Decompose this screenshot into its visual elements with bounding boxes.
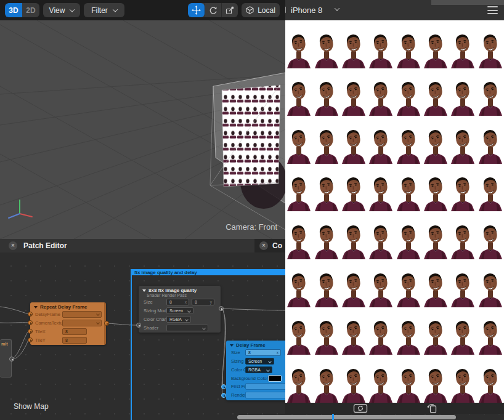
face-image bbox=[340, 355, 367, 403]
mode-3d-button[interactable]: 3D bbox=[5, 3, 22, 17]
close-icon[interactable]: × bbox=[259, 241, 268, 250]
collapse-triangle-icon[interactable] bbox=[230, 344, 234, 347]
face-image bbox=[285, 211, 312, 259]
first-frame-input-port[interactable] bbox=[221, 384, 226, 389]
face-row bbox=[285, 68, 504, 116]
chevron-down-icon bbox=[187, 309, 191, 313]
face-image bbox=[340, 68, 367, 116]
face-row bbox=[285, 355, 504, 403]
face-image bbox=[312, 211, 339, 259]
close-icon[interactable]: × bbox=[9, 241, 17, 250]
face-image bbox=[477, 68, 504, 116]
shader-dropdown[interactable] bbox=[166, 325, 208, 331]
row-label: Shader bbox=[144, 325, 158, 331]
mode-2d-button[interactable]: 2D bbox=[22, 3, 39, 17]
face-image bbox=[477, 20, 504, 68]
face-image bbox=[477, 211, 504, 259]
local-world-toggle[interactable]: Local bbox=[242, 3, 280, 17]
3d-viewport[interactable] bbox=[0, 20, 285, 239]
node-shader-render-pass[interactable]: 8x8 fix image quality Shader Render Pass… bbox=[139, 286, 221, 333]
face-image bbox=[285, 116, 312, 164]
rotate-tool-button[interactable] bbox=[205, 3, 221, 17]
face-image bbox=[367, 68, 394, 116]
size-height-input[interactable]: 8y bbox=[192, 299, 214, 305]
show-map-toggle[interactable]: Show Map bbox=[14, 402, 49, 411]
tab-console[interactable]: × Co bbox=[254, 239, 285, 252]
face-image bbox=[367, 355, 394, 403]
row-label: Background Color bbox=[231, 376, 268, 381]
tiled-texture-plane bbox=[222, 85, 280, 187]
delayframe-dropdown[interactable] bbox=[62, 311, 102, 318]
device-selector[interactable]: iPhone 8 bbox=[291, 6, 322, 15]
viewport-scene bbox=[0, 20, 285, 239]
face-grid bbox=[285, 20, 504, 403]
face-image bbox=[477, 307, 504, 355]
chevron-down-icon bbox=[185, 318, 189, 321]
background-color-swatch[interactable] bbox=[268, 375, 282, 382]
app-window: Camera: Front fix image quality and dela… bbox=[0, 0, 504, 420]
camera-flip-icon bbox=[353, 403, 368, 413]
face-image bbox=[312, 20, 339, 68]
face-image bbox=[312, 259, 339, 307]
face-image bbox=[395, 116, 422, 164]
scale-tool-button[interactable] bbox=[222, 3, 238, 17]
tiley-input-port[interactable] bbox=[28, 337, 33, 342]
cube-icon bbox=[246, 6, 254, 14]
tilex-input[interactable]: 8 bbox=[62, 328, 87, 335]
color-channel-dropdown[interactable]: RGBA bbox=[245, 366, 272, 373]
view-menu-button[interactable]: View bbox=[43, 3, 80, 17]
chevron-down-icon bbox=[70, 7, 75, 12]
size-input[interactable]: 8x bbox=[245, 349, 281, 356]
face-image bbox=[395, 259, 422, 307]
move-tool-button[interactable] bbox=[188, 3, 205, 17]
face-image bbox=[340, 307, 367, 355]
repeat-output-port[interactable] bbox=[104, 321, 109, 326]
face-image bbox=[312, 68, 339, 116]
face-image bbox=[422, 116, 449, 164]
group-title: fix image quality and delay bbox=[134, 270, 197, 275]
face-image bbox=[449, 307, 476, 355]
toggle-camera-button[interactable] bbox=[353, 403, 368, 414]
face-image bbox=[449, 116, 476, 164]
row-label: Size bbox=[144, 299, 153, 305]
shader-output-port[interactable] bbox=[219, 306, 224, 311]
node-repeat-delay-frame[interactable]: Repeat Delay Frame DelayFrame CameraText… bbox=[30, 302, 106, 345]
main-toolbar: 3D 2D View Filter bbox=[0, 0, 285, 20]
size-width-input[interactable]: 8x bbox=[166, 299, 189, 305]
face-image bbox=[395, 211, 422, 259]
collapse-triangle-icon[interactable] bbox=[34, 306, 38, 309]
menu-icon[interactable] bbox=[487, 6, 498, 14]
face-row bbox=[285, 116, 504, 164]
simulator-screen[interactable] bbox=[285, 20, 504, 403]
sizing-mode-dropdown[interactable]: Screen bbox=[166, 307, 193, 314]
group-border-left bbox=[131, 269, 132, 420]
filter-menu-button[interactable]: Filter bbox=[84, 3, 124, 17]
scale-icon bbox=[226, 6, 234, 15]
shader-input-port[interactable] bbox=[136, 323, 141, 328]
render-pass-input-port[interactable] bbox=[221, 393, 226, 398]
chevron-down-icon bbox=[96, 321, 100, 325]
dimension-toggle: 3D 2D bbox=[5, 3, 39, 17]
tilex-input-port[interactable] bbox=[28, 329, 33, 334]
tiley-input[interactable]: 8 bbox=[62, 337, 87, 344]
delayframe-input-port[interactable] bbox=[28, 312, 33, 317]
cameratexture-input-port[interactable] bbox=[28, 320, 33, 325]
cameratexture-dropdown[interactable] bbox=[62, 320, 102, 326]
tab-patch-editor[interactable]: Patch Editor bbox=[23, 241, 67, 250]
face-image bbox=[367, 116, 394, 164]
emitter-output-port[interactable] bbox=[9, 357, 14, 361]
face-image bbox=[395, 68, 422, 116]
face-image bbox=[477, 164, 504, 212]
horizontal-scrollbar[interactable] bbox=[237, 415, 456, 419]
group-border-tick bbox=[332, 414, 334, 420]
color-channel-dropdown[interactable]: RGBA bbox=[166, 316, 191, 323]
camera-label: Camera: Front bbox=[185, 222, 282, 232]
collapse-triangle-icon[interactable] bbox=[142, 289, 146, 292]
chevron-down-icon bbox=[202, 326, 206, 330]
face-image bbox=[340, 116, 367, 164]
face-image bbox=[449, 211, 476, 259]
face-row bbox=[285, 211, 504, 259]
rotate-device-button[interactable] bbox=[426, 403, 438, 414]
sizing-mode-dropdown[interactable]: Screen bbox=[245, 358, 274, 365]
face-image bbox=[422, 68, 449, 116]
